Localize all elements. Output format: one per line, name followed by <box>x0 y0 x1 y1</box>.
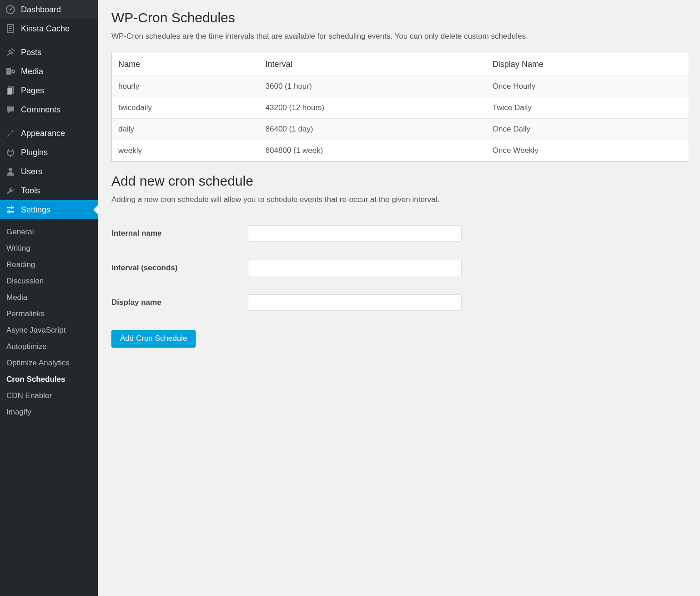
settings-icon <box>5 205 15 215</box>
table-header: Display Name <box>486 53 689 76</box>
sidebar-item-label: Appearance <box>21 129 65 138</box>
user-icon <box>5 167 15 177</box>
admin-sidebar: DashboardKinsta CachePostsMediaPagesComm… <box>0 0 98 596</box>
media-icon <box>5 66 15 76</box>
table-cell: hourly <box>112 76 259 97</box>
sidebar-item-label: Settings <box>21 205 50 215</box>
table-cell: daily <box>112 119 259 140</box>
sidebar-item-dashboard[interactable]: Dashboard <box>0 0 98 19</box>
submenu-item-imagify[interactable]: Imagify <box>0 404 98 420</box>
pages-icon <box>5 86 15 96</box>
add-cron-schedule-button[interactable]: Add Cron Schedule <box>111 330 196 347</box>
table-header: Name <box>112 53 259 76</box>
submenu-item-autoptimize[interactable]: Autoptimize <box>0 338 98 355</box>
sidebar-item-appearance[interactable]: Appearance <box>0 124 98 143</box>
submenu-item-general[interactable]: General <box>0 224 98 240</box>
add-schedule-description: Adding a new cron schedule will allow yo… <box>111 195 689 204</box>
table-row: hourly3600 (1 hour)Once Hourly <box>112 76 689 97</box>
sidebar-item-users[interactable]: Users <box>0 162 98 181</box>
internal-name-field[interactable] <box>248 225 462 242</box>
settings-submenu: GeneralWritingReadingDiscussionMediaPerm… <box>0 219 98 427</box>
form-label-interval-seconds: Interval (seconds) <box>111 251 248 285</box>
table-cell: weekly <box>112 140 259 162</box>
table-cell: Once Daily <box>486 119 689 140</box>
display-name-field[interactable] <box>248 294 462 311</box>
sidebar-item-settings[interactable]: Settings <box>0 200 98 219</box>
sidebar-item-label: Media <box>21 67 43 76</box>
table-cell: 86400 (1 day) <box>259 119 486 140</box>
interval-seconds-field[interactable] <box>248 260 462 276</box>
main-content: WP-Cron Schedules WP-Cron schedules are … <box>98 0 700 596</box>
sidebar-item-label: Plugins <box>21 148 48 157</box>
submenu-item-media[interactable]: Media <box>0 289 98 306</box>
submenu-item-async-javascript[interactable]: Async JavaScript <box>0 322 98 338</box>
add-schedule-form: Internal nameInterval (seconds)Display n… <box>111 216 689 320</box>
dashboard-icon <box>5 5 15 15</box>
page-title: WP-Cron Schedules <box>111 10 689 25</box>
table-row: twicedaily43200 (12 hours)Twice Daily <box>112 97 689 119</box>
submenu-item-writing[interactable]: Writing <box>0 240 98 257</box>
sidebar-item-label: Dashboard <box>21 5 61 15</box>
table-row: daily86400 (1 day)Once Daily <box>112 119 689 140</box>
table-cell: Twice Daily <box>486 97 689 119</box>
table-cell: 3600 (1 hour) <box>259 76 486 97</box>
submenu-item-discussion[interactable]: Discussion <box>0 273 98 289</box>
page-description: WP-Cron schedules are the time intervals… <box>111 32 689 41</box>
schedules-table: NameIntervalDisplay Name hourly3600 (1 h… <box>111 53 689 162</box>
add-schedule-heading: Add new cron schedule <box>111 173 689 189</box>
pin-icon <box>5 47 15 57</box>
table-cell: 604800 (1 week) <box>259 140 486 162</box>
brush-icon <box>5 128 15 138</box>
comment-icon <box>5 105 15 115</box>
table-row: weekly604800 (1 week)Once Weekly <box>112 140 689 162</box>
sidebar-item-posts[interactable]: Posts <box>0 43 98 62</box>
submenu-item-reading[interactable]: Reading <box>0 257 98 273</box>
sidebar-item-label: Comments <box>21 105 60 115</box>
table-header: Interval <box>259 53 486 76</box>
plug-icon <box>5 147 15 157</box>
sidebar-item-label: Pages <box>21 86 44 96</box>
sidebar-item-label: Tools <box>21 186 40 196</box>
submenu-item-optimize-analytics[interactable]: Optimize Analytics <box>0 355 98 371</box>
sidebar-item-kinsta-cache[interactable]: Kinsta Cache <box>0 19 98 38</box>
form-label-display-name: Display name <box>111 285 248 320</box>
sidebar-item-tools[interactable]: Tools <box>0 181 98 200</box>
table-cell: Once Weekly <box>486 140 689 162</box>
table-cell: twicedaily <box>112 97 259 119</box>
sidebar-item-plugins[interactable]: Plugins <box>0 143 98 162</box>
wrench-icon <box>5 186 15 196</box>
table-cell: Once Hourly <box>486 76 689 97</box>
sidebar-item-comments[interactable]: Comments <box>0 100 98 119</box>
submenu-item-permalinks[interactable]: Permalinks <box>0 306 98 322</box>
submenu-item-cdn-enabler[interactable]: CDN Enabler <box>0 388 98 404</box>
document-icon <box>5 24 15 34</box>
table-cell: 43200 (12 hours) <box>259 97 486 119</box>
form-label-internal-name: Internal name <box>111 216 248 251</box>
sidebar-item-pages[interactable]: Pages <box>0 81 98 100</box>
sidebar-item-label: Posts <box>21 48 41 57</box>
sidebar-item-label: Kinsta Cache <box>21 24 70 34</box>
sidebar-item-label: Users <box>21 167 42 177</box>
submenu-item-cron-schedules[interactable]: Cron Schedules <box>0 371 98 388</box>
sidebar-item-media[interactable]: Media <box>0 62 98 81</box>
